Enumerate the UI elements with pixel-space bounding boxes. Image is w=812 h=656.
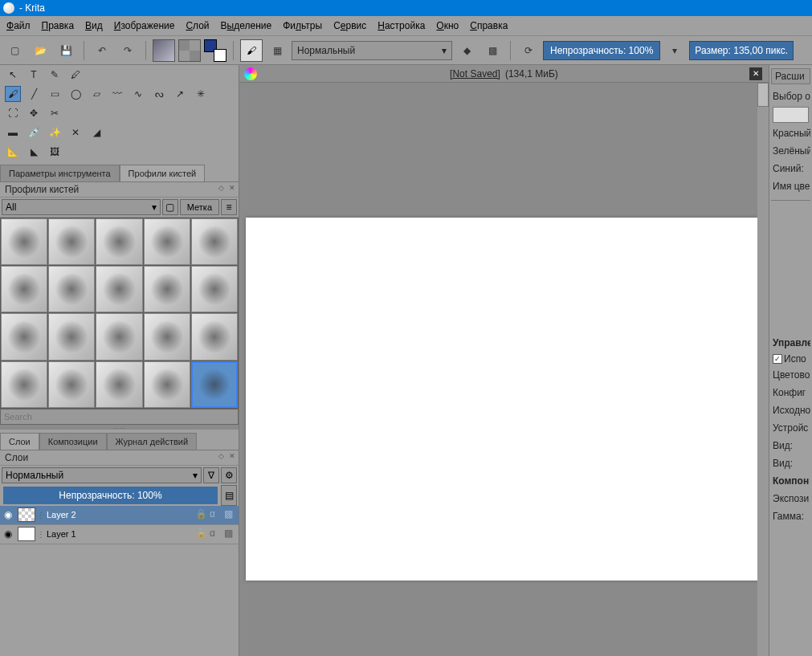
brush-preset-button[interactable]: 🖌 bbox=[240, 39, 263, 62]
opacity-toggle[interactable]: ▾ bbox=[663, 39, 686, 62]
layer-blend-select[interactable]: Нормальный▾ bbox=[2, 467, 202, 483]
scrollbar-thumb[interactable] bbox=[757, 83, 769, 107]
calligraphy-tool[interactable]: 🖊 bbox=[67, 67, 84, 83]
smart-fill-tool[interactable]: ✕ bbox=[67, 124, 84, 141]
brush-view-mode[interactable]: ≡ bbox=[221, 199, 237, 215]
menu-settings[interactable]: Настройка bbox=[377, 20, 425, 31]
brush-search-input[interactable] bbox=[0, 409, 239, 425]
brush-preset[interactable] bbox=[1, 266, 47, 312]
brush-preset[interactable] bbox=[191, 313, 238, 360]
brush-preset[interactable] bbox=[48, 266, 95, 312]
layer-settings-button[interactable]: ⚙ bbox=[221, 467, 237, 483]
dock-float-icon[interactable]: ◇ bbox=[216, 452, 226, 462]
color-preview[interactable] bbox=[773, 107, 809, 123]
brush-preset[interactable] bbox=[96, 218, 142, 265]
canvas[interactable] bbox=[246, 218, 760, 581]
close-document-button[interactable]: ✕ bbox=[749, 67, 762, 80]
open-file-button[interactable]: 📂 bbox=[29, 39, 51, 62]
rectangle-tool[interactable]: ▭ bbox=[47, 86, 63, 102]
brush-settings-button[interactable]: ▦ bbox=[266, 39, 288, 62]
visibility-icon[interactable]: ◉ bbox=[0, 528, 16, 540]
brush-preset[interactable] bbox=[1, 313, 47, 360]
reference-tool[interactable]: 🖼 bbox=[47, 144, 63, 160]
redo-button[interactable]: ↷ bbox=[116, 39, 139, 62]
brush-tool[interactable]: 🖌 bbox=[5, 86, 21, 102]
lock-icon[interactable]: 🔒 bbox=[195, 528, 208, 540]
undo-button[interactable]: ↶ bbox=[91, 39, 113, 62]
text-tool[interactable]: T bbox=[26, 67, 42, 83]
menu-select[interactable]: Выделение bbox=[221, 20, 272, 31]
tab-undo-history[interactable]: Журнал действий bbox=[107, 433, 198, 450]
reload-button[interactable]: ⟳ bbox=[517, 39, 540, 62]
menu-file[interactable]: Файл bbox=[6, 20, 31, 31]
multibrush-tool[interactable]: ✳ bbox=[193, 86, 209, 102]
move-layer-tool[interactable]: ✥ bbox=[26, 105, 42, 121]
splitter[interactable]: ⋯⋯ bbox=[0, 425, 239, 430]
new-file-button[interactable]: ▢ bbox=[3, 39, 26, 62]
alpha-icon[interactable]: α bbox=[210, 528, 222, 540]
layer-filter-button[interactable]: ∇ bbox=[203, 467, 219, 483]
menu-window[interactable]: Окно bbox=[436, 20, 459, 31]
opacity-slider[interactable]: Непрозрачность: 100% bbox=[543, 41, 660, 60]
gradient-button[interactable] bbox=[153, 39, 175, 62]
layer-row[interactable]: ◉ ⋮ Layer 2 🔒α▩ bbox=[0, 506, 239, 525]
brush-preset[interactable] bbox=[1, 361, 47, 408]
polyline-tool[interactable]: 〰 bbox=[109, 86, 125, 102]
brush-preset[interactable] bbox=[191, 361, 238, 408]
alpha-icon[interactable]: α bbox=[210, 508, 222, 521]
ellipse-tool[interactable]: ◯ bbox=[67, 86, 84, 102]
layer-name[interactable]: Layer 2 bbox=[43, 510, 195, 520]
pattern-button[interactable] bbox=[178, 39, 201, 62]
brush-filter-select[interactable]: All▾ bbox=[2, 199, 161, 215]
crop-tool[interactable]: ✂ bbox=[47, 105, 63, 121]
move-tool[interactable]: ↖ bbox=[5, 67, 21, 83]
visibility-icon[interactable]: ◉ bbox=[0, 509, 16, 520]
edit-shapes-tool[interactable]: ✎ bbox=[47, 67, 63, 83]
brush-preset[interactable] bbox=[144, 266, 190, 312]
brush-preset[interactable] bbox=[144, 361, 190, 408]
vertical-scrollbar[interactable] bbox=[757, 83, 769, 656]
layer-opacity-slider[interactable]: Непрозрачность: 100% bbox=[3, 487, 218, 504]
tab-brush-presets[interactable]: Профили кистей bbox=[120, 165, 206, 181]
layer-thumbnail-button[interactable]: ▤ bbox=[221, 485, 237, 506]
pattern-edit-tool[interactable]: ✨ bbox=[47, 124, 63, 141]
brush-filter-clear[interactable]: ▢ bbox=[162, 199, 178, 215]
gradient-tool[interactable]: ◢ bbox=[88, 124, 104, 141]
brush-preset[interactable] bbox=[191, 266, 238, 312]
use-checkbox[interactable]: ✓Испо bbox=[771, 352, 810, 366]
color-swatch[interactable] bbox=[204, 39, 226, 62]
polygon-tool[interactable]: ▱ bbox=[88, 86, 104, 102]
alpha-inherit-icon[interactable]: ▩ bbox=[224, 528, 237, 540]
alpha-lock-button[interactable]: ▩ bbox=[481, 39, 504, 62]
layer-name[interactable]: Layer 1 bbox=[43, 529, 195, 539]
brush-preset[interactable] bbox=[48, 361, 95, 408]
menu-image[interactable]: Изображение bbox=[114, 20, 175, 31]
dock-close-icon[interactable]: ✕ bbox=[227, 452, 237, 462]
brush-preset[interactable] bbox=[96, 361, 142, 408]
menu-view[interactable]: Вид bbox=[85, 20, 103, 31]
drag-handle-icon[interactable]: ⋮ bbox=[37, 530, 43, 539]
brush-preset[interactable] bbox=[48, 218, 95, 265]
tab-tool-options[interactable]: Параметры инструмента bbox=[0, 165, 120, 181]
layer-row[interactable]: ◉ ⋮ Layer 1 🔒α▩ bbox=[0, 525, 239, 544]
tab-compositions[interactable]: Композиции bbox=[39, 433, 107, 450]
measure-tool[interactable]: 📐 bbox=[5, 144, 21, 160]
tab-layers[interactable]: Слои bbox=[0, 433, 39, 450]
brush-preset[interactable] bbox=[96, 266, 142, 312]
tab-advanced[interactable]: Расши bbox=[771, 68, 810, 84]
freehand-path-tool[interactable]: ᔓ bbox=[151, 86, 167, 102]
brush-preset[interactable] bbox=[48, 313, 95, 360]
menu-layer[interactable]: Слой bbox=[186, 20, 209, 31]
brush-tag-button[interactable]: Метка bbox=[180, 199, 219, 215]
blend-mode-select[interactable]: Нормальный▾ bbox=[292, 41, 452, 60]
transform-tool[interactable]: ⛶ bbox=[5, 105, 21, 121]
menu-filters[interactable]: Фильтры bbox=[283, 20, 322, 31]
lock-icon[interactable]: 🔒 bbox=[195, 508, 208, 521]
dynamic-brush-tool[interactable]: ↗ bbox=[172, 86, 188, 102]
bezier-tool[interactable]: ∿ bbox=[130, 86, 146, 102]
brush-preset[interactable] bbox=[144, 218, 190, 265]
fill-tool[interactable]: ▬ bbox=[5, 124, 21, 141]
brush-preset[interactable] bbox=[96, 313, 142, 360]
menu-help[interactable]: Справка bbox=[470, 20, 508, 31]
color-picker-tool[interactable]: 💉 bbox=[26, 124, 42, 141]
